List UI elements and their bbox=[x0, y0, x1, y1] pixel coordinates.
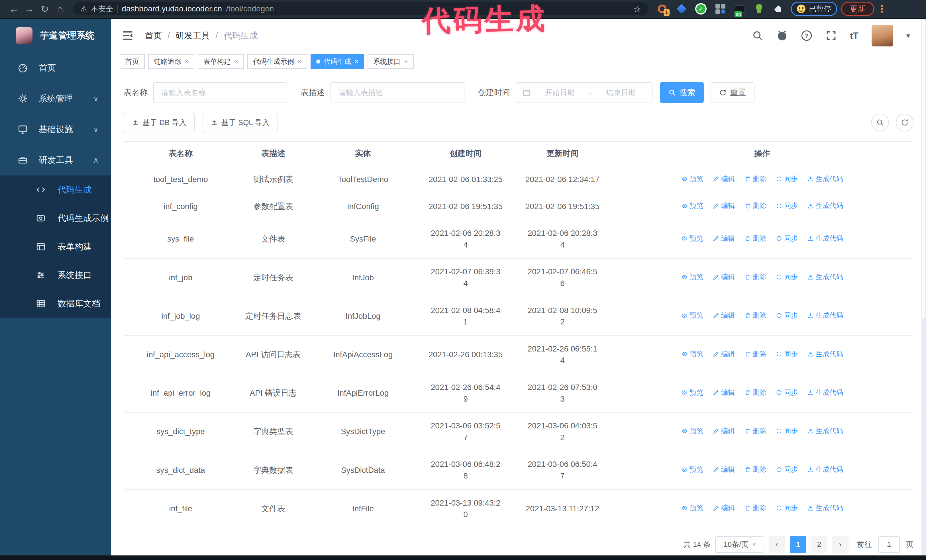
page-size-select[interactable]: 10条/页 ▾ bbox=[715, 536, 764, 553]
browser-update-button[interactable]: 更新 bbox=[841, 2, 874, 16]
preview-link[interactable]: 预览 bbox=[681, 503, 703, 513]
edit-link[interactable]: 编辑 bbox=[713, 234, 735, 243]
tab-codegen-example[interactable]: 代码生成示例× bbox=[247, 54, 307, 69]
sync-link[interactable]: 同步 bbox=[776, 426, 798, 436]
reload-icon[interactable]: ↻ bbox=[37, 3, 53, 15]
breadcrumb-devtools[interactable]: 研发工具 bbox=[176, 30, 210, 42]
sidebar-item-system-api[interactable]: 系统接口 bbox=[0, 261, 111, 290]
close-icon[interactable]: × bbox=[298, 57, 301, 65]
close-icon[interactable]: × bbox=[234, 57, 238, 65]
extension-green-icon[interactable] bbox=[754, 3, 765, 15]
generate-code-link[interactable]: 生成代码 bbox=[808, 388, 843, 398]
user-avatar[interactable] bbox=[872, 25, 893, 47]
extension-grid-icon[interactable] bbox=[714, 3, 726, 15]
preview-link[interactable]: 预览 bbox=[681, 388, 703, 398]
extension-diamond-icon[interactable] bbox=[676, 3, 687, 15]
preview-link[interactable]: 预览 bbox=[681, 234, 703, 243]
sidebar-item-home[interactable]: 首页 bbox=[0, 53, 111, 83]
preview-link[interactable]: 预览 bbox=[681, 311, 703, 320]
page-button-1[interactable]: 1 bbox=[790, 536, 806, 553]
tab-trace[interactable]: 链路追踪× bbox=[148, 54, 194, 69]
sync-link[interactable]: 同步 bbox=[776, 503, 798, 513]
generate-code-link[interactable]: 生成代码 bbox=[808, 201, 843, 211]
delete-link[interactable]: 删除 bbox=[744, 272, 766, 282]
edit-link[interactable]: 编辑 bbox=[713, 503, 735, 513]
github-icon[interactable] bbox=[776, 30, 788, 41]
sync-link[interactable]: 同步 bbox=[776, 174, 798, 184]
import-db-button[interactable]: 基于 DB 导入 bbox=[124, 113, 195, 132]
generate-code-link[interactable]: 生成代码 bbox=[808, 503, 843, 513]
sidebar-item-codegen-example[interactable]: 代码生成示例 bbox=[0, 204, 111, 232]
edit-link[interactable]: 编辑 bbox=[713, 388, 735, 398]
breadcrumb-home[interactable]: 首页 bbox=[145, 30, 162, 42]
preview-link[interactable]: 预览 bbox=[681, 272, 703, 282]
sync-link[interactable]: 同步 bbox=[776, 201, 798, 211]
preview-link[interactable]: 预览 bbox=[681, 465, 703, 474]
bookmark-star-icon[interactable]: ☆ bbox=[633, 4, 641, 14]
import-sql-button[interactable]: 基于 SQL 导入 bbox=[203, 113, 278, 132]
toggle-search-button[interactable] bbox=[871, 114, 889, 131]
prev-page-button[interactable]: ‹ bbox=[769, 536, 785, 553]
sidebar-item-db-doc[interactable]: 数据库文档 bbox=[0, 290, 111, 318]
generate-code-link[interactable]: 生成代码 bbox=[808, 311, 843, 320]
generate-code-link[interactable]: 生成代码 bbox=[808, 349, 843, 359]
preview-link[interactable]: 预览 bbox=[681, 349, 703, 359]
tab-home[interactable]: 首页 bbox=[120, 54, 145, 69]
generate-code-link[interactable]: 生成代码 bbox=[808, 426, 843, 436]
preview-link[interactable]: 预览 bbox=[681, 201, 703, 211]
sync-link[interactable]: 同步 bbox=[776, 465, 798, 474]
edit-link[interactable]: 编辑 bbox=[713, 311, 735, 320]
reset-button[interactable]: 重置 bbox=[711, 82, 755, 103]
next-page-button[interactable]: › bbox=[832, 536, 849, 553]
search-icon[interactable] bbox=[752, 30, 763, 41]
goto-page-input[interactable] bbox=[878, 536, 900, 553]
browser-profile-chip[interactable]: 已暂停 bbox=[791, 2, 837, 16]
edit-link[interactable]: 编辑 bbox=[713, 465, 735, 474]
close-icon[interactable]: × bbox=[185, 57, 189, 65]
delete-link[interactable]: 删除 bbox=[744, 426, 766, 436]
sync-link[interactable]: 同步 bbox=[776, 311, 798, 320]
edit-link[interactable]: 编辑 bbox=[713, 272, 735, 282]
delete-link[interactable]: 删除 bbox=[744, 174, 766, 184]
search-button[interactable]: 搜索 bbox=[660, 82, 704, 103]
close-icon[interactable]: × bbox=[354, 57, 359, 65]
caret-down-icon[interactable]: ▾ bbox=[906, 31, 910, 40]
preview-link[interactable]: 预览 bbox=[681, 174, 703, 184]
edit-link[interactable]: 编辑 bbox=[713, 349, 735, 359]
sidebar-item-infra[interactable]: 基础设施 ∨ bbox=[0, 114, 111, 145]
page-button-2[interactable]: 2 bbox=[811, 536, 828, 553]
delete-link[interactable]: 删除 bbox=[744, 349, 766, 359]
table-desc-input[interactable] bbox=[330, 82, 465, 103]
address-bar[interactable]: ⚠ 不安全 dashboard.yudao.iocoder.cn/tool/co… bbox=[73, 2, 649, 15]
preview-link[interactable]: 预览 bbox=[681, 426, 703, 436]
sync-link[interactable]: 同步 bbox=[776, 388, 798, 398]
font-size-icon[interactable]: tT bbox=[850, 30, 858, 41]
scrollbar-thumb[interactable] bbox=[922, 19, 925, 319]
sidebar-item-devtools[interactable]: 研发工具 ∧ bbox=[0, 145, 111, 175]
tab-codegen[interactable]: 代码生成× bbox=[310, 54, 364, 69]
refresh-table-button[interactable] bbox=[896, 114, 914, 131]
forward-icon[interactable]: → bbox=[22, 3, 37, 15]
table-name-input[interactable] bbox=[153, 82, 287, 103]
sync-link[interactable]: 同步 bbox=[776, 349, 798, 359]
help-icon[interactable]: ? bbox=[801, 30, 812, 41]
edit-link[interactable]: 编辑 bbox=[713, 426, 735, 436]
extensions-puzzle-icon[interactable] bbox=[773, 3, 784, 15]
scrollbar[interactable] bbox=[921, 19, 926, 555]
back-icon[interactable]: ← bbox=[6, 3, 22, 15]
sidebar-item-codegen[interactable]: 代码生成 bbox=[0, 175, 111, 204]
date-range-picker[interactable]: 开始日期 - 结束日期 bbox=[516, 82, 652, 103]
delete-link[interactable]: 删除 bbox=[744, 234, 766, 243]
close-icon[interactable]: × bbox=[404, 57, 408, 65]
edit-link[interactable]: 编辑 bbox=[713, 201, 735, 211]
tab-system-api[interactable]: 系统接口× bbox=[368, 54, 414, 69]
generate-code-link[interactable]: 生成代码 bbox=[808, 174, 843, 184]
delete-link[interactable]: 删除 bbox=[744, 503, 766, 513]
extension-orange-icon[interactable]: 1 bbox=[657, 3, 668, 15]
sidebar-item-system[interactable]: 系统管理 ∨ bbox=[0, 83, 111, 114]
sync-link[interactable]: 同步 bbox=[776, 272, 798, 282]
tab-form-builder[interactable]: 表单构建× bbox=[198, 54, 244, 69]
generate-code-link[interactable]: 生成代码 bbox=[808, 465, 843, 474]
home-icon[interactable]: ⌂ bbox=[53, 3, 68, 15]
delete-link[interactable]: 删除 bbox=[744, 201, 766, 211]
